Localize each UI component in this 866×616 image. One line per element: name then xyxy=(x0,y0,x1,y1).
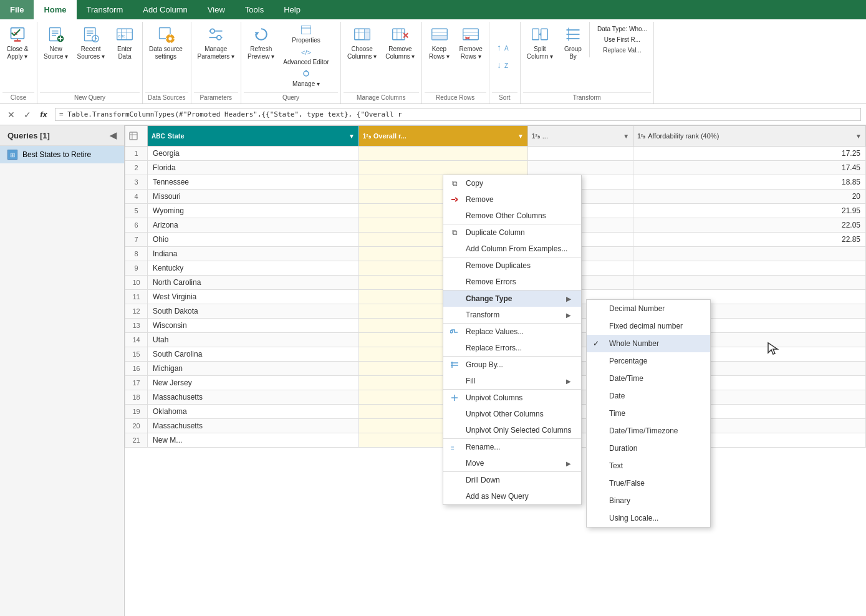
tab-file[interactable]: File xyxy=(0,0,34,19)
row-number: 15 xyxy=(125,347,148,362)
new-source-label: NewSource ▾ xyxy=(44,46,68,60)
formula-input[interactable] xyxy=(55,108,861,121)
refresh-preview-button[interactable]: RefreshPreview ▾ xyxy=(244,22,278,64)
ctx-copy[interactable]: ⧉ Copy xyxy=(443,175,581,191)
col3-column-header[interactable]: 1²₃ ... ▼ xyxy=(527,126,633,147)
ctx-add-as-new-query[interactable]: Add as New Query xyxy=(443,488,581,504)
data-source-settings-icon xyxy=(156,24,176,44)
overall-filter-icon[interactable]: ▼ xyxy=(517,133,524,140)
remove-columns-button[interactable]: RemoveColumns ▾ xyxy=(382,22,418,64)
overall-cell xyxy=(358,161,527,175)
overall-col-label: Overall r... xyxy=(373,132,407,140)
group-by-button[interactable]: GroupBy xyxy=(558,22,588,64)
type-date[interactable]: Date xyxy=(587,387,710,405)
ctx-group-by[interactable]: Group By... xyxy=(443,356,581,373)
sidebar-item-best-states[interactable]: Best States to Retire xyxy=(0,146,124,163)
ctx-remove-errors[interactable]: Remove Errors xyxy=(443,274,581,290)
type-truefalse[interactable]: True/False xyxy=(587,474,710,492)
svg-rect-64 xyxy=(532,29,539,40)
affordability-cell: 17.25 xyxy=(633,147,866,161)
type-binary[interactable]: Binary xyxy=(587,492,710,509)
formula-confirm-icon[interactable]: ✓ xyxy=(21,108,34,121)
sidebar-collapse-icon[interactable]: ◀ xyxy=(110,130,117,140)
manage-button[interactable]: Manage ▾ xyxy=(279,68,332,89)
recent-sources-button[interactable]: RecentSources ▾ xyxy=(73,22,108,64)
ctx-drill-down[interactable]: Drill Down xyxy=(443,471,581,488)
sort-desc-button[interactable]: ↓ Z xyxy=(492,58,517,73)
formula-cancel-icon[interactable]: ✕ xyxy=(5,108,17,121)
ctx-transform[interactable]: Transform ▶ xyxy=(443,307,581,323)
affordability-column-header[interactable]: 1²₃ Affordability rank (40%) ▼ xyxy=(633,126,866,147)
ctx-change-type[interactable]: Change Type ▶ xyxy=(443,290,581,307)
close-apply-button[interactable]: ✕ Close &Apply ▾ xyxy=(2,22,32,64)
ctx-unpivot-columns[interactable]: Unpivot Columns xyxy=(443,389,581,406)
type-datetime[interactable]: Date/Time xyxy=(587,370,710,387)
row-number-header xyxy=(125,126,148,147)
close-apply-label: Close &Apply ▾ xyxy=(6,46,28,60)
new-query-group-label: New Query xyxy=(40,92,140,103)
overall-column-header[interactable]: 1²₃ Overall r... ▼ xyxy=(358,126,527,147)
table-row: 1Georgia17.25 xyxy=(125,147,866,161)
properties-button[interactable]: Properties xyxy=(279,24,332,45)
ctx-replace-values[interactable]: Replace Values... xyxy=(443,323,581,340)
type-percentage[interactable]: Percentage xyxy=(587,352,710,370)
query-group-label: Query xyxy=(244,92,338,103)
sort-asc-button[interactable]: ↑ A xyxy=(492,41,517,55)
affordability-filter-icon[interactable]: ▼ xyxy=(855,133,862,140)
remove-rows-button[interactable]: RemoveRows ▾ xyxy=(456,22,486,64)
ctx-unpivot-other-columns[interactable]: Unpivot Other Columns xyxy=(443,406,581,422)
tab-tools[interactable]: Tools xyxy=(235,0,274,19)
state-cell: Utah xyxy=(148,333,359,347)
remove-columns-label: RemoveColumns ▾ xyxy=(385,46,415,60)
split-column-button[interactable]: SplitColumn ▾ xyxy=(523,22,557,64)
type-using-locale[interactable]: Using Locale... xyxy=(587,509,710,527)
affordability-cell: 22.85 xyxy=(633,233,866,247)
choose-columns-button[interactable]: ChooseColumns ▾ xyxy=(344,22,380,64)
type-datetimezone[interactable]: Date/Time/Timezone xyxy=(587,422,710,440)
group-by-label: GroupBy xyxy=(564,46,582,60)
affordability-cell: 20 xyxy=(633,190,866,204)
type-whole-number[interactable]: ✓ Whole Number xyxy=(587,335,710,352)
ctx-remove[interactable]: Remove xyxy=(443,191,581,208)
sort-group-label: Sort xyxy=(492,92,517,103)
new-source-button[interactable]: NewSource ▾ xyxy=(40,22,72,64)
state-column-header[interactable]: ABC State ▼ xyxy=(148,126,359,147)
replace-values-button[interactable]: Replace Val... xyxy=(594,46,651,55)
manage-parameters-button[interactable]: ManageParameters ▾ xyxy=(194,22,238,64)
state-filter-icon[interactable]: ▼ xyxy=(349,133,355,140)
ribbon-group-parameters: ManageParameters ▾ Parameters xyxy=(191,22,241,103)
ctx-remove-duplicates[interactable]: Remove Duplicates xyxy=(443,257,581,274)
svg-line-78 xyxy=(455,200,458,201)
svg-rect-73 xyxy=(130,132,137,140)
type-time[interactable]: Time xyxy=(587,405,710,422)
ribbon-group-sort: ↑ A ↓ Z Sort xyxy=(489,22,521,103)
type-duration[interactable]: Duration xyxy=(587,440,710,457)
ctx-fill[interactable]: Fill ▶ xyxy=(443,373,581,389)
data-source-settings-button[interactable]: Data sourcesettings xyxy=(145,22,186,64)
tab-home[interactable]: Home xyxy=(34,0,76,19)
advanced-editor-button[interactable]: </> Advanced Editor xyxy=(279,46,332,67)
type-fixed-decimal[interactable]: Fixed decimal number xyxy=(587,317,710,335)
ctx-replace-errors[interactable]: Replace Errors... xyxy=(443,340,581,356)
ctx-add-column-from-examples[interactable]: Add Column From Examples... xyxy=(443,241,581,257)
tab-transform[interactable]: Transform xyxy=(77,0,133,19)
row-number: 12 xyxy=(125,304,148,319)
type-text[interactable]: Text xyxy=(587,457,710,474)
ctx-duplicate-column[interactable]: ⧉ Duplicate Column xyxy=(443,224,581,241)
data-type-button[interactable]: Data Type: Who... xyxy=(594,24,651,34)
keep-rows-button[interactable]: KeepRows ▾ xyxy=(425,22,455,64)
ctx-rename[interactable]: ≡ Rename... xyxy=(443,438,581,455)
enter-data-button[interactable]: abc EnterData xyxy=(110,22,140,64)
type-decimal-number[interactable]: Decimal Number xyxy=(587,300,710,317)
state-cell: Kentucky xyxy=(148,261,359,276)
use-first-rows-button[interactable]: Use First R... xyxy=(594,35,651,44)
tab-help[interactable]: Help xyxy=(274,0,310,19)
ctx-move[interactable]: Move ▶ xyxy=(443,455,581,471)
state-cell: Oklahoma xyxy=(148,405,359,419)
col3-filter-icon[interactable]: ▼ xyxy=(623,133,629,140)
state-cell: Ohio xyxy=(148,233,359,247)
ctx-unpivot-only-selected[interactable]: Unpivot Only Selected Columns xyxy=(443,422,581,438)
tab-view[interactable]: View xyxy=(198,0,235,19)
tab-add-column[interactable]: Add Column xyxy=(133,0,198,19)
ctx-remove-other-columns[interactable]: Remove Other Columns xyxy=(443,208,581,224)
